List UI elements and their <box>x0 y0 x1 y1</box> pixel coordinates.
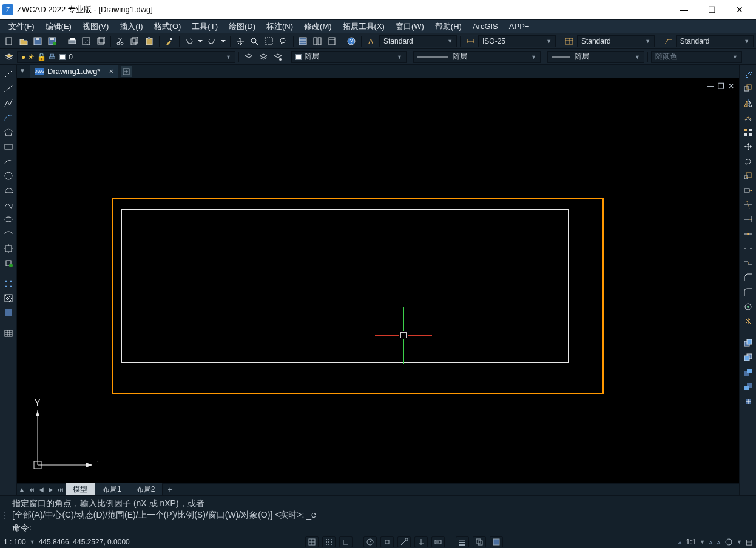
break-button[interactable] <box>741 242 755 255</box>
saveas-button[interactable] <box>46 35 59 48</box>
osnap-button[interactable] <box>380 536 394 547</box>
draworder-front-button[interactable] <box>741 336 755 350</box>
doc-minimize-button[interactable]: — <box>707 82 714 90</box>
layout-add-button[interactable]: + <box>163 484 177 495</box>
mirror-button[interactable] <box>741 96 755 110</box>
join-button[interactable] <box>741 256 755 270</box>
scale-dropdown-icon[interactable]: ▼ <box>30 539 35 545</box>
layer-states-button[interactable] <box>257 50 270 64</box>
menu-edit[interactable]: 编辑(E) <box>41 20 76 33</box>
tabs-expand-button[interactable]: ▼ <box>19 67 28 76</box>
rotate-button[interactable] <box>741 155 755 168</box>
menu-window[interactable]: 窗口(W) <box>391 20 429 33</box>
array-button[interactable] <box>741 125 755 139</box>
table-style-combo[interactable]: Standard ▼ <box>577 35 655 47</box>
menu-appplus[interactable]: APP+ <box>504 21 535 32</box>
move-button[interactable] <box>741 140 755 153</box>
annotation-scale[interactable]: 1:1 <box>686 538 696 546</box>
table-button[interactable] <box>2 327 15 340</box>
redo-list-button[interactable] <box>220 35 227 48</box>
chamfer-button[interactable] <box>741 271 755 284</box>
menu-extend-tools[interactable]: 拓展工具(X) <box>338 20 390 33</box>
table-style-icon[interactable] <box>562 35 576 48</box>
menu-format[interactable]: 格式(O) <box>149 20 186 33</box>
customize-button[interactable]: ▤ <box>746 538 752 546</box>
copy-button[interactable] <box>129 35 142 48</box>
menu-tools[interactable]: 工具(T) <box>187 20 223 33</box>
model-paper-button[interactable] <box>490 536 503 547</box>
zoom-window-button[interactable] <box>262 35 275 48</box>
redo-button[interactable] <box>205 35 218 48</box>
hatch-button[interactable] <box>2 292 15 305</box>
layout-prev-button[interactable]: ◀ <box>36 484 46 495</box>
text-style-icon[interactable]: A <box>365 35 378 48</box>
layer-combo[interactable]: ● ☀ 🔓 🖶 0 ▼ <box>17 51 235 63</box>
save-button[interactable] <box>31 35 44 48</box>
color-combo[interactable]: 随层 ▼ <box>291 51 407 63</box>
undo-button[interactable] <box>183 35 196 48</box>
new-tab-button[interactable] <box>121 66 132 77</box>
undo-list-button[interactable] <box>197 35 204 48</box>
copy-obj-button[interactable] <box>741 82 755 95</box>
menu-help[interactable]: 帮助(H) <box>430 20 467 33</box>
drawing-canvas[interactable]: — ❐ ✕ <box>17 78 739 483</box>
close-button[interactable]: ✕ <box>726 0 754 19</box>
zoom-realtime-button[interactable] <box>248 35 261 48</box>
fillet-edge-button[interactable] <box>741 300 755 313</box>
maximize-button[interactable]: ☐ <box>698 0 726 19</box>
layer-iso-button[interactable] <box>271 50 285 64</box>
anno-scale-dropdown[interactable]: ▼ <box>700 539 705 545</box>
layout-expand-button[interactable]: ▲ <box>17 484 27 495</box>
publish-button[interactable] <box>94 35 107 48</box>
trim-button[interactable] <box>741 198 755 212</box>
open-button[interactable] <box>17 35 30 48</box>
matchprop-button[interactable] <box>163 35 176 48</box>
fillet-button[interactable] <box>741 286 755 299</box>
plotstyle-combo[interactable]: 随颜色 ▼ <box>651 51 742 63</box>
layout-tab-1[interactable]: 布局1 <box>95 483 129 495</box>
layout-next-button[interactable]: ▶ <box>46 484 56 495</box>
menu-insert[interactable]: 插入(I) <box>115 20 147 33</box>
layout-tab-2[interactable]: 布局2 <box>129 483 163 495</box>
layout-last-button[interactable]: ⏭ <box>56 484 66 495</box>
tab-close-button[interactable]: × <box>109 67 113 76</box>
annotation-auto-icon[interactable]: ⟁ <box>717 538 721 546</box>
break-at-point-button[interactable] <box>741 227 755 241</box>
dynamic-ucs-button[interactable] <box>414 536 428 547</box>
menu-view[interactable]: 视图(V) <box>78 20 113 33</box>
layer-properties-button[interactable] <box>2 50 16 64</box>
construction-line-button[interactable] <box>2 82 15 95</box>
offset-button[interactable] <box>741 111 755 124</box>
minimize-button[interactable]: — <box>670 0 698 19</box>
doc-close-button[interactable]: ✕ <box>728 82 734 90</box>
point-button[interactable] <box>2 277 15 290</box>
command-grip[interactable]: ⋮ <box>0 496 8 535</box>
layout-first-button[interactable]: ⏮ <box>27 484 36 495</box>
gradient-button[interactable] <box>2 306 15 319</box>
draworder-above-button[interactable] <box>741 366 755 379</box>
lineweight-display-button[interactable] <box>456 536 469 547</box>
linetype-combo[interactable]: 随层 ▼ <box>413 51 541 63</box>
draworder-back-button[interactable] <box>741 351 755 364</box>
erase-button[interactable] <box>741 67 755 81</box>
menu-draw[interactable]: 绘图(D) <box>224 20 260 33</box>
make-block-button[interactable] <box>2 256 15 270</box>
dynamic-input-button[interactable] <box>431 536 445 547</box>
plot-preview-button[interactable] <box>80 35 93 48</box>
revcloud-button[interactable] <box>2 184 15 197</box>
insert-block-button[interactable] <box>2 242 15 255</box>
polygon-button[interactable] <box>2 125 15 139</box>
annotation-visibility-icon[interactable]: ⟁ <box>709 538 713 546</box>
draworder-under-button[interactable] <box>741 380 755 393</box>
doc-restore-button[interactable]: ❐ <box>718 82 724 90</box>
workspace-dropdown[interactable]: ▼ <box>737 539 742 545</box>
scale-button[interactable] <box>741 169 755 182</box>
snap-button[interactable] <box>305 536 319 547</box>
ortho-button[interactable] <box>339 536 353 547</box>
dim-style-combo[interactable]: ISO-25 ▼ <box>478 35 556 47</box>
ellipse-arc-button[interactable] <box>2 227 15 241</box>
circle-button[interactable] <box>2 169 15 182</box>
menu-file[interactable]: 文件(F) <box>4 20 39 33</box>
arc3p-button[interactable] <box>2 155 15 168</box>
menu-dimension[interactable]: 标注(N) <box>262 20 298 33</box>
